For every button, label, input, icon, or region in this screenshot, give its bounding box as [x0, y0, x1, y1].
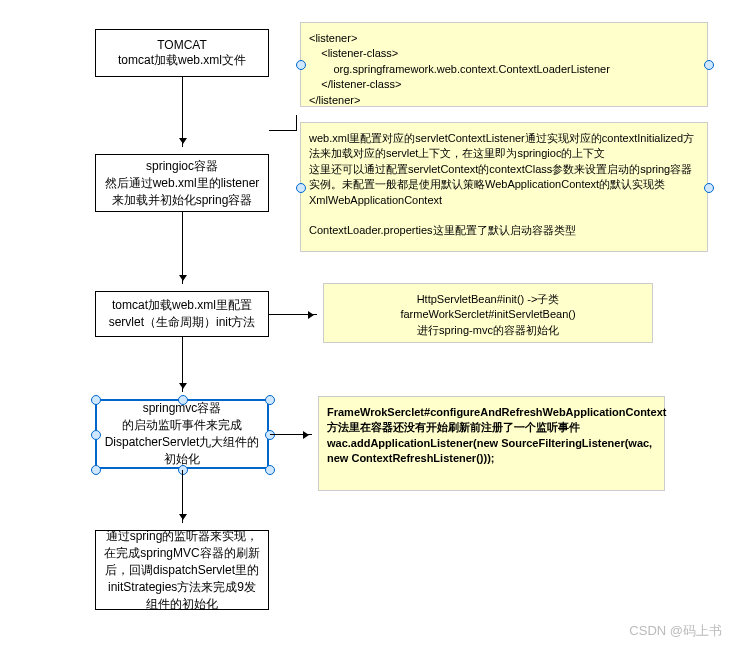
selection-handle[interactable] — [178, 465, 188, 475]
note-text: FrameWrokSerclet#configureAndRefreshWebA… — [327, 406, 666, 464]
node-springmvc-container[interactable]: springmvc容器 的启动监听事件来完成DispatcherServlet九… — [95, 399, 269, 469]
selection-handle[interactable] — [91, 465, 101, 475]
note-framework-servlet: FrameWrokSerclet#configureAndRefreshWebA… — [318, 396, 665, 491]
note-text: HttpServletBean#init() ->子类 farmeWorkSer… — [400, 293, 575, 336]
arrow-connector — [296, 115, 297, 131]
selection-handle[interactable] — [91, 430, 101, 440]
note-httpservletbean: HttpServletBean#init() ->子类 farmeWorkSer… — [323, 283, 653, 343]
selection-handle[interactable] — [91, 395, 101, 405]
arrow-connector — [182, 470, 183, 523]
selection-handle[interactable] — [265, 430, 275, 440]
arrow-connector — [182, 337, 183, 392]
note-handle[interactable] — [704, 60, 714, 70]
selection-handle[interactable] — [265, 395, 275, 405]
node-text: tomcat加载web.xml里配置servlet（生命周期）init方法 — [102, 297, 262, 331]
note-handle[interactable] — [296, 60, 306, 70]
node-text: 通过spring的监听器来实现，在完成springMVC容器的刷新后，回调dis… — [102, 528, 262, 613]
node-tomcat-load-webxml[interactable]: TOMCAT tomcat加载web.xml文件 — [95, 29, 269, 77]
node-text: springmvc容器 的启动监听事件来完成DispatcherServlet九… — [103, 400, 261, 468]
node-spring-listener-refresh[interactable]: 通过spring的监听器来实现，在完成springMVC容器的刷新后，回调dis… — [95, 530, 269, 610]
arrow-connector — [182, 212, 183, 284]
arrow-connector — [269, 130, 297, 131]
node-tomcat-servlet-init[interactable]: tomcat加载web.xml里配置servlet（生命周期）init方法 — [95, 291, 269, 337]
note-webxml-context: web.xml里配置对应的servletContextListener通过实现对… — [300, 122, 708, 252]
arrow-connector — [269, 314, 317, 315]
node-text: springioc容器 然后通过web.xml里的listener来加载并初始化… — [102, 158, 262, 209]
arrow-connector — [182, 77, 183, 147]
watermark: CSDN @码上书 — [629, 622, 722, 640]
note-handle[interactable] — [296, 183, 306, 193]
node-springioc-container[interactable]: springioc容器 然后通过web.xml里的listener来加载并初始化… — [95, 154, 269, 212]
node-text: TOMCAT tomcat加载web.xml文件 — [118, 38, 246, 69]
selection-handle[interactable] — [265, 465, 275, 475]
note-text: <listener> <listener-class> org.springfr… — [309, 31, 699, 108]
arrow-connector — [270, 434, 312, 435]
note-listener-xml: <listener> <listener-class> org.springfr… — [300, 22, 708, 107]
note-handle[interactable] — [704, 183, 714, 193]
note-text: web.xml里配置对应的servletContextListener通过实现对… — [309, 132, 694, 236]
selection-handle[interactable] — [178, 395, 188, 405]
